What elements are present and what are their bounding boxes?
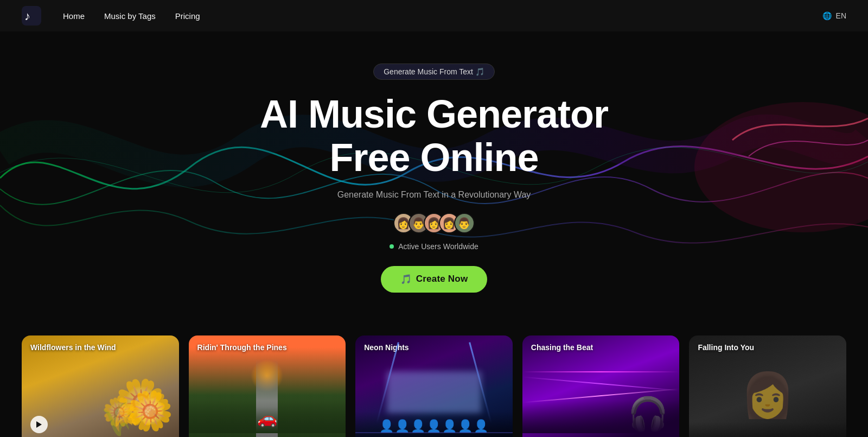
- hero-section: Generate Music From Text 🎵 AI Music Gene…: [0, 31, 868, 325]
- hero-subtitle: Generate Music From Text in a Revolution…: [337, 190, 531, 200]
- logo[interactable]: ♪: [22, 6, 41, 26]
- music-card-beat[interactable]: Chasing the Beat 🎧: [522, 335, 680, 437]
- nav-right: 🌐 EN: [822, 11, 846, 20]
- music-cards-section: Wildflowers in the Wind 🌼 🌼 🌾 Ridin' Thr…: [0, 325, 868, 437]
- active-users-label: Active Users Worldwide: [398, 242, 478, 251]
- music-card-wildflowers[interactable]: Wildflowers in the Wind 🌼 🌼 🌾: [22, 335, 179, 437]
- avatars-row: 👩 👨 👩 👩 👨: [393, 213, 475, 233]
- music-card-falling[interactable]: Falling Into You 👩: [689, 335, 846, 437]
- nav-home[interactable]: Home: [63, 11, 85, 21]
- nav-pricing[interactable]: Pricing: [175, 11, 200, 21]
- create-btn-label: Create Now: [416, 274, 468, 284]
- active-users-row: Active Users Worldwide: [390, 242, 478, 251]
- play-button-wildflowers[interactable]: [30, 416, 48, 433]
- nav-links: Home Music by Tags Pricing: [63, 11, 822, 21]
- hero-title: AI Music Generator Free Online: [260, 93, 608, 179]
- create-now-button[interactable]: 🎵 Create Now: [381, 266, 488, 293]
- card-title-neon: Neon Nights: [364, 343, 409, 352]
- music-card-neon[interactable]: Neon Nights 👤👤👤👤👤👤👤: [355, 335, 513, 437]
- badge-text: Generate Music From Text 🎵: [384, 67, 484, 76]
- svg-text:♪: ♪: [24, 9, 30, 23]
- hero-content: Generate Music From Text 🎵 AI Music Gene…: [260, 64, 608, 292]
- lang-label[interactable]: EN: [836, 11, 846, 20]
- nav-music-tags[interactable]: Music by Tags: [104, 11, 156, 21]
- navbar: ♪ Home Music by Tags Pricing 🌐 EN: [0, 0, 868, 31]
- music-card-pines[interactable]: Ridin' Through the Pines 🚗: [189, 335, 346, 437]
- svg-point-2: [694, 102, 868, 232]
- avatar-5: 👨: [454, 213, 475, 233]
- lang-icon: 🌐: [822, 11, 832, 20]
- create-btn-icon: 🎵: [400, 274, 412, 285]
- neon-screen: [387, 371, 481, 413]
- hero-title-line2: Free Online: [329, 136, 538, 179]
- card-title-beat: Chasing the Beat: [531, 343, 593, 352]
- card-title-falling: Falling Into You: [698, 343, 754, 352]
- card-title-pines: Ridin' Through the Pines: [197, 343, 287, 352]
- card-title-wildflowers: Wildflowers in the Wind: [30, 343, 116, 352]
- hero-badge: Generate Music From Text 🎵: [373, 64, 495, 80]
- hero-title-line1: AI Music Generator: [260, 92, 608, 136]
- active-indicator: [390, 244, 394, 249]
